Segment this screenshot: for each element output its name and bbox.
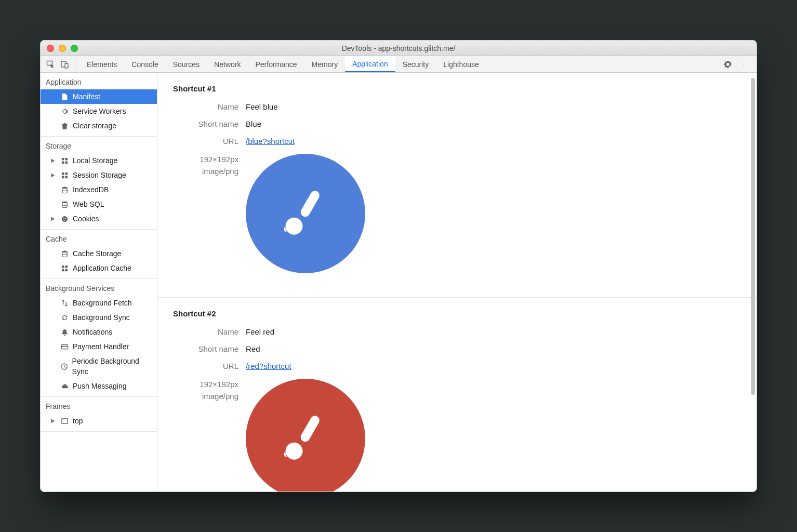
bell-icon xyxy=(60,328,69,336)
sync-icon xyxy=(60,313,69,322)
gear-icon xyxy=(60,107,69,115)
tab-performance[interactable]: Performance xyxy=(248,56,304,72)
sidebar-item-label: Notifications xyxy=(73,327,112,337)
expand-arrow-icon: ▶ xyxy=(51,416,56,426)
svg-point-3 xyxy=(743,64,744,64)
clock-icon xyxy=(60,362,68,370)
updown-icon xyxy=(60,299,69,307)
traffic-lights xyxy=(47,45,78,52)
sidebar-item-local-storage[interactable]: ▶Local Storage xyxy=(41,153,157,168)
sidebar-item-label: Payment Handler xyxy=(73,341,129,352)
close-window-button[interactable] xyxy=(47,45,54,52)
svg-rect-16 xyxy=(299,189,321,218)
sidebar-item-session-storage[interactable]: ▶Session Storage xyxy=(41,168,157,182)
sidebar-item-cookies[interactable]: ▶Cookies xyxy=(41,211,157,226)
sidebar-item-label: Background Fetch xyxy=(73,298,132,308)
tab-security[interactable]: Security xyxy=(395,56,436,72)
shortcut-short-name: Blue xyxy=(246,119,261,128)
grid-icon xyxy=(60,156,69,165)
minimize-window-button[interactable] xyxy=(59,45,66,52)
icon-meta: 192×192pximage/png xyxy=(173,154,246,177)
sidebar-item-notifications[interactable]: Notifications xyxy=(41,325,157,339)
svg-point-11 xyxy=(62,250,67,252)
tab-network[interactable]: Network xyxy=(207,56,248,72)
sidebar-item-label: top xyxy=(73,416,83,426)
tab-memory[interactable]: Memory xyxy=(304,56,346,72)
cloud-icon xyxy=(60,382,69,390)
sidebar-item-label: Web SQL xyxy=(73,199,104,209)
grid-icon xyxy=(60,171,69,179)
sidebar-item-label: Service Workers xyxy=(73,106,126,116)
field-label: Name xyxy=(173,102,246,111)
sidebar-item-label: Manifest xyxy=(73,91,100,102)
sidebar-group-title: Storage xyxy=(41,137,157,153)
sidebar-group-title: Cache xyxy=(41,230,157,246)
tab-sources[interactable]: Sources xyxy=(166,56,207,72)
shortcut-section: Shortcut #2NameFeel redShort nameRedURL/… xyxy=(157,298,756,491)
tab-elements[interactable]: Elements xyxy=(79,56,124,72)
svg-point-2 xyxy=(743,63,744,64)
more-icon[interactable] xyxy=(740,60,749,69)
shortcut-name: Feel red xyxy=(246,327,274,336)
tab-lighthouse[interactable]: Lighthouse xyxy=(436,56,486,72)
card-icon xyxy=(60,342,69,351)
svg-point-4 xyxy=(743,65,744,65)
inspect-icon[interactable] xyxy=(46,60,55,69)
sidebar-item-label: Cache Storage xyxy=(73,248,121,259)
svg-rect-1 xyxy=(65,63,68,68)
sidebar-item-periodic-background-sync[interactable]: Periodic Background Sync xyxy=(41,354,157,379)
sidebar-item-service-workers[interactable]: Service Workers xyxy=(41,104,157,118)
sidebar-item-background-fetch[interactable]: Background Fetch xyxy=(41,296,157,310)
db-icon xyxy=(60,200,69,208)
sidebar-item-manifest[interactable]: Manifest xyxy=(41,89,157,104)
shortcut-short-name: Red xyxy=(246,344,260,353)
devtools-window: DevTools - app-shortcuts.glitch.me/ Elem… xyxy=(40,40,757,492)
tab-console[interactable]: Console xyxy=(124,56,165,72)
main-panel: Shortcut #1NameFeel blueShort nameBlueUR… xyxy=(157,73,756,491)
scrollbar[interactable] xyxy=(751,78,755,395)
sidebar-item-top[interactable]: ▶top xyxy=(41,414,157,428)
sidebar-item-payment-handler[interactable]: Payment Handler xyxy=(41,339,157,354)
window-title: DevTools - app-shortcuts.glitch.me/ xyxy=(41,44,756,52)
sidebar-item-cache-storage[interactable]: Cache Storage xyxy=(41,246,157,261)
db-icon xyxy=(60,185,69,194)
shortcut-icon-preview xyxy=(246,379,365,491)
expand-arrow-icon: ▶ xyxy=(51,214,56,224)
sidebar-item-label: IndexedDB xyxy=(73,184,109,195)
sidebar-item-web-sql[interactable]: Web SQL xyxy=(41,197,157,211)
maximize-window-button[interactable] xyxy=(71,45,78,52)
file-icon xyxy=(60,92,69,101)
svg-rect-13 xyxy=(61,345,68,347)
shortcut-icon-preview xyxy=(246,154,365,273)
sidebar-item-label: Cookies xyxy=(73,214,99,224)
sidebar-item-clear-storage[interactable]: Clear storage xyxy=(41,118,157,133)
device-toggle-icon[interactable] xyxy=(60,60,70,69)
sidebar-item-background-sync[interactable]: Background Sync xyxy=(41,310,157,325)
icon-meta: 192×192pximage/png xyxy=(173,379,246,402)
sidebar: ApplicationManifestService WorkersClear … xyxy=(41,73,157,491)
svg-point-6 xyxy=(62,201,67,203)
sidebar-item-indexeddb[interactable]: IndexedDB xyxy=(41,182,157,197)
cookie-icon xyxy=(60,215,69,223)
settings-icon[interactable] xyxy=(723,60,733,69)
sidebar-item-label: Background Sync xyxy=(73,312,130,323)
svg-point-17 xyxy=(286,218,303,235)
frame-icon xyxy=(60,417,69,425)
brush-icon xyxy=(277,185,334,242)
sidebar-item-label: Session Storage xyxy=(73,170,126,180)
sidebar-item-application-cache[interactable]: Application Cache xyxy=(41,261,157,275)
section-heading: Shortcut #2 xyxy=(173,309,741,318)
section-heading: Shortcut #1 xyxy=(173,84,741,93)
sidebar-item-label: Local Storage xyxy=(73,155,117,166)
sidebar-group-title: Background Services xyxy=(41,279,157,296)
shortcut-name: Feel blue xyxy=(246,102,278,111)
sidebar-item-label: Application Cache xyxy=(73,263,131,273)
svg-rect-15 xyxy=(61,418,67,423)
sidebar-group-title: Application xyxy=(41,73,157,89)
shortcut-url-link[interactable]: /blue?shortcut xyxy=(246,137,295,145)
svg-point-19 xyxy=(286,443,303,460)
sidebar-item-push-messaging[interactable]: Push Messaging xyxy=(41,379,157,393)
tab-application[interactable]: Application xyxy=(345,56,395,72)
shortcut-url-link[interactable]: /red?shortcut xyxy=(246,362,291,370)
shortcut-section: Shortcut #1NameFeel blueShort nameBlueUR… xyxy=(157,73,756,298)
